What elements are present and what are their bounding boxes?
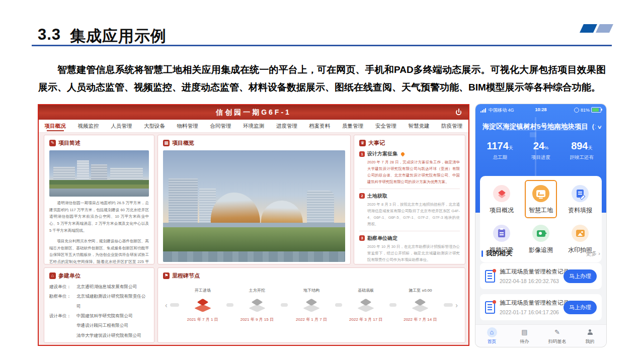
milestone-timeline: ‹ 开工进场 2021 年 7 月 1 日 土方开挖 2021 年 9 月 15… (163, 288, 460, 322)
panel-header: ✎ 项目简述 (49, 139, 149, 147)
event-number-badge: 2 (359, 193, 365, 199)
mobile-app: 10:28 中国移动 4G 81% 海淀区海淀镇树村5号地南地块项目（1... … (475, 104, 606, 347)
tab-home[interactable]: ⌂ 首页 (475, 325, 508, 347)
tab-video-monitor[interactable]: 视频监控 (72, 120, 105, 132)
participants-list: 建设单位： 北京通明湖信息城发展有限公司 勘察单位： 北京城建勘测设计研究院有限… (49, 282, 149, 343)
event-title: 勘察单位确定 (367, 235, 397, 242)
milestone-node: 土方开挖 2021 年 9 月 15 日 (235, 288, 279, 322)
panel-participants: ⌂ 参建单位 建设单位： 北京通明湖信息城发展有限公司 勘察单位： 北京城建勘测… (44, 267, 154, 343)
tab-personnel[interactable]: 人员管理 (105, 120, 138, 132)
project-selector[interactable]: 海淀区海淀镇树村5号地南地块项目（1... ∨ (482, 122, 601, 131)
orientation-lock-icon (574, 108, 579, 113)
handle-now-button[interactable]: 马上办理 (564, 269, 597, 283)
participant-row: 施工单位： 中国建筑股份有限公司 (49, 340, 149, 343)
grid-item-data-reporting[interactable]: 资料填报 (560, 185, 600, 215)
event-item: 3 勘察单位确定 2020 年 10 月 30 日，在北京市勘察设计招投标管理办… (359, 231, 460, 264)
participant-row: 建设单位： 北京通明湖信息城发展有限公司 (49, 282, 149, 292)
tab-scan-sign[interactable]: ✎ 扫码签名 (541, 325, 574, 347)
project-stats: 1174天 总工期 24% 项目进度 894天 距竣工还有 (479, 140, 602, 161)
milestone-cube-icon (248, 298, 266, 311)
tab-progress[interactable]: 进度管理 (270, 120, 303, 132)
section-title: 集成应用示例 (70, 26, 167, 47)
bottom-tab-bar: ⌂ 首页 ▤ 待办 ✎ 扫码签名 我的 (475, 324, 606, 347)
photo-icon (572, 225, 589, 242)
timeline-next-arrow[interactable]: › (454, 302, 459, 309)
grid-icon: ▦ (163, 140, 170, 146)
status-bar: 10:28 中国移动 4G 81% (480, 107, 601, 113)
intro-paragraph: 智慧建管信息系统将智慧工地相关应用集成在统一的平台上，可在网页、手机和PAD多终… (38, 61, 606, 96)
panel-project-brief: ✎ 项目简述 通明湖信创园一期项目占地面积约 26.5 万平方米，总建筑面积约 … (44, 135, 154, 264)
deco-parallelogram-dark (580, 24, 597, 33)
milestone-node: 地下结构 2022 年 1 月 7 日 (289, 288, 334, 322)
web-dashboard: 信创园一期G6F-1 项目概况 视频监控 人员管理 大型设备 物料管理 合同管理… (38, 104, 469, 346)
milestone-cube-icon (411, 298, 429, 311)
flame-icon (400, 151, 406, 156)
milestone-cube-icon (357, 298, 375, 311)
panel-title: 项目概览 (172, 139, 194, 147)
milestone-node: 施工至 ±0.00 2022 年 7 月 14 日 (398, 288, 442, 322)
milestone-node: 基础底板 2022 年 3 月 17 日 (344, 288, 388, 322)
tab-quality[interactable]: 质量管理 (336, 120, 369, 132)
tab-equipment[interactable]: 大型设备 (138, 120, 171, 132)
pencil-icon: ✎ (49, 140, 56, 146)
trophy-icon: ♛ (359, 140, 366, 146)
title-divider (32, 45, 612, 46)
milestone-cube-icon (302, 298, 320, 311)
project-rendering-image (163, 150, 345, 262)
panel-major-events: ♛ 大事记 1 设计方案征集 2020 年 7 月 28 日，完成设计方案征集工… (354, 135, 465, 264)
stat-progress: 24% 项目进度 (520, 140, 561, 161)
panel-title: 项目简述 (58, 139, 80, 147)
panel-title: 参建单位 (58, 272, 80, 280)
tab-project-overview[interactable]: 项目概况 (39, 120, 72, 132)
pen-icon: ✎ (552, 327, 562, 337)
tab-environment[interactable]: 环境监测 (237, 120, 270, 132)
project-rendering-thumbnail (49, 150, 149, 197)
section-accent-bar (481, 250, 483, 257)
document-badge-icon (485, 270, 495, 283)
dashboard-body: ✎ 项目简述 通明湖信创园一期项目占地面积约 26.5 万平方米，总建筑面积约 … (39, 133, 468, 345)
tab-epidemic[interactable]: 防疫管理 (435, 120, 468, 132)
dashboard-header: 信创园一期G6F-1 (39, 105, 468, 120)
event-body: 2020 年 8 月 3 日，按照北京市土地招拍挂程序，北京通明湖信息城发展有限… (367, 202, 460, 228)
related-item[interactable]: 施工现场质量管理检查记录 2022-04-18 16:20:32.763 马上办… (480, 263, 602, 289)
participant-row: 设计单位： 中国建筑科学研究院有限公司 (49, 311, 149, 321)
section-header: 我的相关 更多 › (480, 249, 602, 258)
milestone-node: 开工进场 2021 年 7 月 1 日 (181, 288, 225, 322)
stat-total-duration: 1174天 总工期 (479, 140, 520, 161)
tab-party-building[interactable]: 智慧党建 (403, 120, 436, 132)
battery-percent: 81% (581, 108, 590, 113)
event-body: 2020 年 7 月 28 日，完成设计方案征集工作，确定清华大学建筑设计研究院… (367, 159, 460, 186)
panel-milestones: ⚑ 里程碑节点 ‹ 开工进场 2021 年 7 月 1 日 土方开挖 (157, 267, 465, 343)
power-icon[interactable] (455, 109, 462, 116)
timeline-prev-arrow[interactable]: ‹ (164, 302, 169, 309)
tab-safety[interactable]: 安全管理 (369, 120, 403, 132)
related-item[interactable]: 施工现场质量管理检查记录 2022-01-17 16:04:17.206 马上办… (480, 294, 602, 320)
flag-icon: ⚑ (163, 273, 170, 279)
grid-item-smart-site[interactable]: 智慧工地 (521, 185, 560, 215)
event-number-badge: 3 (359, 235, 365, 241)
event-item: 2 土地获取 2020 年 8 月 3 日，按照北京市土地招拍挂程序，北京通明湖… (359, 189, 460, 231)
more-link[interactable]: 更多 › (586, 250, 600, 257)
dashboard-title: 信创园一期G6F-1 (216, 108, 291, 117)
highlight-border (525, 180, 557, 218)
panel-header: ♛ 大事记 (359, 139, 460, 147)
participant-row: 华通设计顾问工程有限公司 (49, 321, 149, 330)
handle-now-button[interactable]: 马上办理 (564, 301, 597, 314)
brief-paragraph-2: 项目充分利用滨水空间，规划建设核心器件创新区、高端芯片创新区、基础软件创新区、集… (49, 238, 149, 264)
panel-header: ⌂ 参建单位 (49, 272, 149, 280)
signal-icon (480, 108, 486, 113)
chevron-down-icon[interactable]: ∨ (597, 124, 602, 130)
tab-mine[interactable]: 我的 (574, 325, 606, 347)
tab-materials[interactable]: 物料管理 (171, 120, 204, 132)
document-badge-icon (485, 301, 495, 314)
grid-item-project-overview[interactable]: 项目概况 (482, 185, 521, 215)
camera-icon (532, 225, 549, 242)
stat-days-remaining: 894天 距竣工还有 (561, 140, 602, 161)
tab-archives[interactable]: 档案资料 (303, 120, 337, 132)
todo-list-icon: ▤ (520, 327, 530, 337)
tab-contracts[interactable]: 合同管理 (204, 120, 237, 132)
my-related-section: 我的相关 更多 › 施工现场质量管理检查记录 2022-04-18 16:20:… (480, 249, 602, 330)
tab-todo[interactable]: ▤ 待办 (508, 325, 541, 347)
event-item: 1 设计方案征集 2020 年 7 月 28 日，完成设计方案征集工作，确定清华… (359, 147, 460, 189)
section-title: 我的相关 (486, 249, 586, 258)
